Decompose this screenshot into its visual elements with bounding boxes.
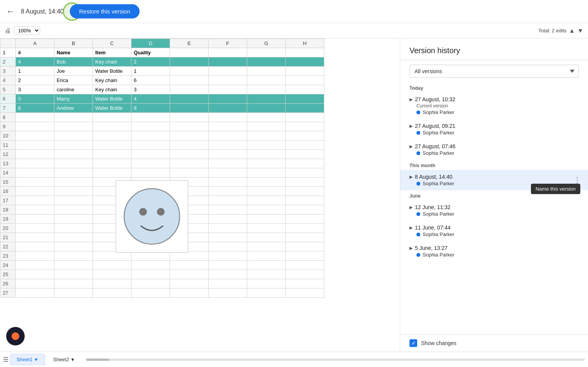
cell-e2[interactable] xyxy=(170,57,209,67)
version-item-27aug-0746[interactable]: ▶ 27 August, 07:46 Sophia Parker xyxy=(400,139,588,160)
table-row[interactable]: 6 5 Marry Water Bottle 4 xyxy=(0,94,324,104)
row-num-2: 2 xyxy=(0,57,16,67)
cell-c6[interactable]: Water Bottle xyxy=(93,94,131,104)
empty-row: 26 xyxy=(0,279,324,288)
svg-point-1 xyxy=(139,208,147,216)
zoom-select[interactable]: 100% 75% 125% xyxy=(14,26,40,35)
sheet1-arrow[interactable]: ▼ xyxy=(34,357,39,362)
cell-d7[interactable]: 8 xyxy=(131,104,170,113)
cell-b7[interactable]: Andrew xyxy=(54,104,93,113)
version-item-27aug-1032[interactable]: ▶ 27 August, 10:32 Current version Sophi… xyxy=(400,92,588,119)
version-item-12jun-1132[interactable]: ▶ 12 June, 11:32 Sophia Parker xyxy=(400,200,588,221)
section-label-thismonth: This month xyxy=(400,160,588,170)
version-expand-arrow[interactable]: ▶ xyxy=(409,246,413,251)
version-item-header: ▶ 27 August, 10:32 xyxy=(409,96,579,102)
version-filter[interactable]: All versions xyxy=(400,60,588,82)
version-expand-arrow[interactable]: ▶ xyxy=(409,205,413,210)
version-item-27aug-0921[interactable]: ▶ 27 August, 09:21 Sophia Parker xyxy=(400,119,588,139)
version-filter-select[interactable]: All versions xyxy=(409,65,579,78)
header-num: # xyxy=(16,48,54,57)
version-item-header: ▶ 11 June, 07:44 xyxy=(409,225,579,231)
smiley-image[interactable] xyxy=(116,180,188,253)
version-user: Sophia Parker xyxy=(409,211,579,217)
col-header-h: H xyxy=(286,39,324,48)
table-row[interactable]: 7 6 Andrew Water Bottle 8 xyxy=(0,104,324,113)
empty-row: 8 xyxy=(0,113,324,122)
cell-c4[interactable]: Key chain xyxy=(93,76,131,85)
cell-c5[interactable]: Key chain xyxy=(93,85,131,94)
cell-c3[interactable]: Water Bottle xyxy=(93,67,131,76)
cell-a3[interactable]: 1 xyxy=(16,67,54,76)
cell-b6[interactable]: Marry xyxy=(54,94,93,104)
print-icon[interactable]: 🖨 xyxy=(5,27,11,34)
row-num-4: 4 xyxy=(0,76,16,85)
cell-f2[interactable] xyxy=(209,57,247,67)
version-item-8aug-1440[interactable]: ▶ 8 August, 14:40 Sophia Parker ⋮ Name t… xyxy=(400,170,588,190)
cell-b2[interactable]: Bob xyxy=(54,57,93,67)
version-expand-arrow[interactable]: ▶ xyxy=(409,144,413,149)
svg-point-0 xyxy=(124,189,180,244)
version-item-5jun-1327[interactable]: ▶ 5 June, 13:27 Sophia Parker xyxy=(400,241,588,261)
cell-a2[interactable]: 4 xyxy=(16,57,54,67)
back-button[interactable]: ← xyxy=(6,7,15,17)
kebab-menu-button[interactable]: ⋮ xyxy=(571,174,583,185)
table-row[interactable]: 3 1 Joe Water Bottle 1 xyxy=(0,67,324,76)
version-list: Today ▶ 27 August, 10:32 Current version… xyxy=(400,82,588,334)
cell-c2[interactable]: Key chain xyxy=(93,57,131,67)
cell-a7[interactable]: 6 xyxy=(16,104,54,113)
header-quality: Quality xyxy=(131,48,170,57)
version-expand-arrow[interactable]: ▶ xyxy=(409,174,413,179)
empty-row: 9 xyxy=(0,122,324,131)
version-item-header: ▶ 8 August, 14:40 xyxy=(409,174,579,180)
empty-row: 10 xyxy=(0,131,324,141)
cell-a6[interactable]: 5 xyxy=(16,94,54,104)
total-edits: Total: 2 edits xyxy=(538,28,566,34)
cell-a4[interactable]: 2 xyxy=(16,76,54,85)
cell-c7[interactable]: Water Bottle xyxy=(93,104,131,113)
user-dot xyxy=(416,212,420,216)
cell-d2[interactable]: 2 xyxy=(131,57,170,67)
version-user: Sophia Parker xyxy=(409,109,579,115)
version-user: Sophia Parker xyxy=(409,252,579,258)
user-name: Sophia Parker xyxy=(423,150,454,156)
version-panel-title: Version history xyxy=(400,39,588,60)
spreadsheet-area[interactable]: A B C D E F G H 1 # Name Item Quality xyxy=(0,39,400,352)
cell-b3[interactable]: Joe xyxy=(54,67,93,76)
sheet-tab-sheet2[interactable]: Sheet2 ▼ xyxy=(47,354,82,365)
table-row[interactable]: 5 3 caroline Key chain 3 xyxy=(0,85,324,94)
cell-a5[interactable]: 3 xyxy=(16,85,54,94)
version-expand-arrow[interactable]: ▶ xyxy=(409,97,413,102)
table-row[interactable]: 2 4 Bob Key chain 2 xyxy=(0,57,324,67)
version-expand-arrow[interactable]: ▶ xyxy=(409,124,413,129)
cell-g2[interactable] xyxy=(247,57,286,67)
cell-d5[interactable]: 3 xyxy=(131,85,170,94)
user-name: Sophia Parker xyxy=(423,109,454,115)
row-num-1: 1 xyxy=(0,48,16,57)
hamburger-icon[interactable]: ☰ xyxy=(3,356,8,363)
bottom-bar: ☰ Sheet1 ▼ Sheet2 ▼ xyxy=(0,352,588,367)
current-version-label: Current version xyxy=(409,103,579,109)
version-time: 27 August, 07:46 xyxy=(415,143,455,149)
cell-d6[interactable]: 4 xyxy=(131,94,170,104)
cell-d4[interactable]: 6 xyxy=(131,76,170,85)
restore-button[interactable]: Restore this version xyxy=(70,4,140,18)
version-expand-arrow[interactable]: ▶ xyxy=(409,225,413,230)
cell-b5[interactable]: caroline xyxy=(54,85,93,94)
horizontal-scrollbar[interactable] xyxy=(86,359,585,361)
row-num-5: 5 xyxy=(0,85,16,94)
sheet1-label: Sheet1 xyxy=(17,357,32,362)
col-header-rownum xyxy=(0,39,16,48)
cell-b4[interactable]: Erica xyxy=(54,76,93,85)
show-changes-checkbox[interactable]: ✓ xyxy=(409,339,417,347)
sheet2-arrow[interactable]: ▼ xyxy=(71,357,75,362)
recording-dot[interactable] xyxy=(6,327,25,345)
user-name: Sophia Parker xyxy=(423,231,454,237)
cell-h2[interactable] xyxy=(286,57,324,67)
sheet-tab-sheet1[interactable]: Sheet1 ▼ xyxy=(10,354,45,365)
down-arrow[interactable]: ▼ xyxy=(577,27,583,34)
up-arrow[interactable]: ▲ xyxy=(569,27,575,34)
cell-d3[interactable]: 1 xyxy=(131,67,170,76)
table-row[interactable]: 4 2 Erica Key chain 6 xyxy=(0,76,324,85)
version-time: 8 August, 14:40 xyxy=(415,174,452,180)
version-item-11jun-0744[interactable]: ▶ 11 June, 07:44 Sophia Parker xyxy=(400,221,588,241)
